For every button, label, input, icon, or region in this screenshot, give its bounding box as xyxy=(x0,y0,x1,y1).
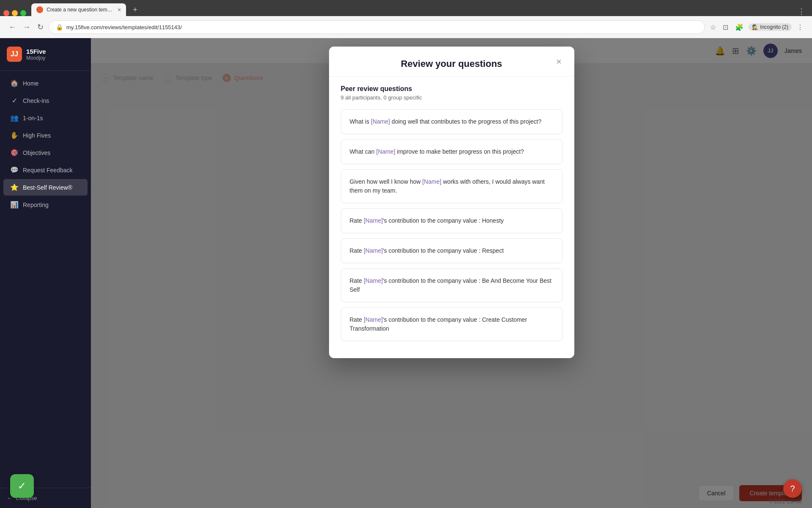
question-text-3: Given how well I know how [Name] works w… xyxy=(350,177,554,195)
tab-close-icon[interactable]: × xyxy=(118,6,121,13)
browser-actions: ☆ ⊡ 🧩 🕵️ Incognito (2) ⋮ xyxy=(708,22,805,33)
best-self-review-icon: ⭐ xyxy=(10,183,19,191)
window-controls xyxy=(3,10,26,16)
browser-chrome: Create a new question templa... × + ⋮ ← … xyxy=(0,0,812,38)
question-card-3: Given how well I know how [Name] works w… xyxy=(341,169,562,203)
question-card-7: Rate [Name]'s contribution to the compan… xyxy=(341,307,562,341)
cast-icon[interactable]: ⊡ xyxy=(721,22,730,33)
question-card-4: Rate [Name]'s contribution to the compan… xyxy=(341,208,562,233)
1on1s-icon: 👥 xyxy=(10,114,19,122)
q6-part1: Rate xyxy=(350,277,364,284)
request-feedback-icon: 💬 xyxy=(10,166,19,174)
url-text: my.15five.com/reviews/templates/edit/115… xyxy=(66,24,182,30)
window-minimize[interactable] xyxy=(12,10,18,16)
section-subtext: 9 all participants, 0 group specific xyxy=(341,94,562,101)
q1-name-tag: [Name] xyxy=(371,118,390,125)
incognito-label: Incognito (2) xyxy=(760,24,788,30)
sidebar-item-best-self-review[interactable]: ⭐ Best-Self Review® xyxy=(3,179,88,196)
app-name: 15Five xyxy=(26,48,46,55)
high-fives-icon: ✋ xyxy=(10,131,19,139)
browser-toolbar: ← → ↻ 🔒 my.15five.com/reviews/templates/… xyxy=(0,16,812,38)
question-text-7: Rate [Name]'s contribution to the compan… xyxy=(350,315,554,333)
sidebar-logo: JJ 15Five Moodjoy xyxy=(0,38,91,71)
sidebar-item-label-high-fives: High Fives xyxy=(23,132,51,139)
q3-part1: Given how well I know how xyxy=(350,178,422,185)
app-logo-icon: JJ xyxy=(7,47,22,62)
sidebar: JJ 15Five Moodjoy 🏠 Home ✓ Check-ins 👥 1… xyxy=(0,38,91,508)
help-button[interactable]: ? xyxy=(783,479,802,498)
tab-title: Create a new question templa... xyxy=(47,7,114,13)
notification-widget[interactable]: ✓ xyxy=(10,474,34,498)
extensions-icon[interactable]: 🧩 xyxy=(733,22,745,33)
section-heading: Peer review questions xyxy=(341,85,562,93)
sidebar-item-1on1s[interactable]: 👥 1-on-1s xyxy=(3,110,88,126)
sidebar-item-objectives[interactable]: 🎯 Objectives xyxy=(3,144,88,161)
sidebar-item-label-best-self-review: Best-Self Review® xyxy=(23,184,72,191)
browser-tab[interactable]: Create a new question templa... × xyxy=(31,3,126,16)
question-card-1: What is [Name] doing well that contribut… xyxy=(341,109,562,134)
window-maximize[interactable] xyxy=(20,10,26,16)
sidebar-item-label-objectives: Objectives xyxy=(23,149,50,156)
q4-name-tag: [Name] xyxy=(364,217,383,224)
question-card-6: Rate [Name]'s contribution to the compan… xyxy=(341,268,562,302)
q4-part1: Rate xyxy=(350,217,364,224)
sidebar-item-high-fives[interactable]: ✋ High Fives xyxy=(3,127,88,144)
user-org-name: Moodjoy xyxy=(26,55,46,61)
modal-title: Review your questions xyxy=(341,58,562,69)
browser-menu-icon[interactable]: ⋮ xyxy=(798,7,809,16)
incognito-icon: 🕵️ xyxy=(752,24,758,30)
bookmark-icon[interactable]: ☆ xyxy=(708,22,718,33)
sidebar-item-label-check-ins: Check-ins xyxy=(23,97,49,104)
question-text-4: Rate [Name]'s contribution to the compan… xyxy=(350,216,554,225)
main-content: 🔔 ⊞ ⚙️ JJ James ○ Template name ○ Templa… xyxy=(91,38,812,508)
q2-part2: improve to make better progress on this … xyxy=(395,148,524,155)
back-button[interactable]: ← xyxy=(7,21,18,33)
window-close[interactable] xyxy=(3,10,9,16)
q6-name-tag: [Name] xyxy=(364,277,383,284)
q3-name-tag: [Name] xyxy=(422,178,441,185)
q2-part1: What can xyxy=(350,148,376,155)
q5-part1: Rate xyxy=(350,247,364,254)
tab-bar: Create a new question templa... × + ⋮ xyxy=(0,0,812,16)
objectives-icon: 🎯 xyxy=(10,149,19,157)
question-text-2: What can [Name] improve to make better p… xyxy=(350,147,554,156)
question-text-6: Rate [Name]'s contribution to the compan… xyxy=(350,276,554,294)
modal-overlay: Review your questions × Peer review ques… xyxy=(91,38,812,508)
refresh-button[interactable]: ↻ xyxy=(36,21,45,33)
q7-part1: Rate xyxy=(350,316,364,323)
modal: Review your questions × Peer review ques… xyxy=(329,47,574,358)
app-logo-text: 15Five Moodjoy xyxy=(26,48,46,61)
sidebar-item-label-1on1s: 1-on-1s xyxy=(23,115,43,121)
q1-part1: What is xyxy=(350,118,371,125)
q2-name-tag: [Name] xyxy=(376,148,395,155)
sidebar-item-label-reporting: Reporting xyxy=(23,202,49,208)
q5-part2: 's contribution to the company value : R… xyxy=(383,247,504,254)
q5-name-tag: [Name] xyxy=(364,247,383,254)
sidebar-item-label-home: Home xyxy=(23,80,38,87)
incognito-badge: 🕵️ Incognito (2) xyxy=(749,23,792,31)
home-icon: 🏠 xyxy=(10,79,19,87)
q7-name-tag: [Name] xyxy=(364,316,383,323)
reporting-icon: 📊 xyxy=(10,201,19,209)
new-tab-button[interactable]: + xyxy=(129,4,141,16)
modal-body: Peer review questions 9 all participants… xyxy=(329,77,574,358)
browser-more-icon[interactable]: ⋮ xyxy=(795,22,805,33)
sidebar-item-reporting[interactable]: 📊 Reporting xyxy=(3,196,88,213)
q1-part2: doing well that contributes to the progr… xyxy=(390,118,541,125)
sidebar-item-home[interactable]: 🏠 Home xyxy=(3,75,88,91)
q4-part2: 's contribution to the company value : H… xyxy=(383,217,504,224)
modal-header: Review your questions × xyxy=(329,47,574,77)
question-card-2: What can [Name] improve to make better p… xyxy=(341,139,562,164)
sidebar-nav: 🏠 Home ✓ Check-ins 👥 1-on-1s ✋ High Five… xyxy=(0,71,91,488)
check-ins-icon: ✓ xyxy=(10,97,19,105)
app-layout: JJ 15Five Moodjoy 🏠 Home ✓ Check-ins 👥 1… xyxy=(0,38,812,508)
modal-close-button[interactable]: × xyxy=(552,55,566,69)
forward-button[interactable]: → xyxy=(21,21,32,33)
sidebar-item-check-ins[interactable]: ✓ Check-ins xyxy=(3,92,88,109)
address-bar[interactable]: 🔒 my.15five.com/reviews/templates/edit/1… xyxy=(49,20,705,34)
question-card-5: Rate [Name]'s contribution to the compan… xyxy=(341,238,562,263)
check-icon: ✓ xyxy=(18,480,26,492)
question-text-1: What is [Name] doing well that contribut… xyxy=(350,117,554,126)
tab-favicon xyxy=(36,6,43,13)
sidebar-item-request-feedback[interactable]: 💬 Request Feedback xyxy=(3,162,88,178)
